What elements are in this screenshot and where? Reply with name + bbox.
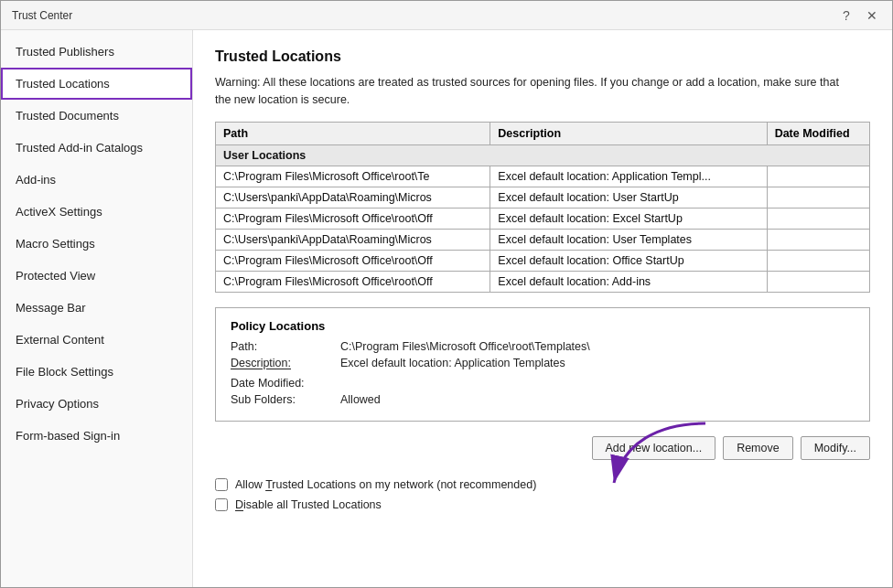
main-content: Trusted PublishersTrusted LocationsTrust… <box>1 30 892 587</box>
sidebar-item-file-block-settings[interactable]: File Block Settings <box>1 356 192 388</box>
col-header-date: Date Modified <box>767 122 869 144</box>
table-cell-description: Excel default location: Excel StartUp <box>490 208 767 229</box>
close-button[interactable]: ✕ <box>863 6 881 25</box>
sidebar-item-trusted-locations[interactable]: Trusted Locations <box>1 68 192 100</box>
buttons-wrapper: Add new location... Remove Modify... <box>215 436 870 460</box>
allow-network-label: Allow Trusted Locations on my network (n… <box>235 478 536 491</box>
table-cell-path: C:\Program Files\Microsoft Office\root\O… <box>216 271 490 292</box>
trust-center-window: Trust Center ? ✕ Trusted PublishersTrust… <box>0 0 893 588</box>
policy-description-value: Excel default location: Application Temp… <box>340 357 565 369</box>
policy-date-row: Date Modified: <box>231 377 855 390</box>
sidebar-item-protected-view[interactable]: Protected View <box>1 260 192 292</box>
title-bar: Trust Center ? ✕ <box>1 1 892 30</box>
table-cell-date <box>767 166 869 187</box>
sidebar-item-activex-settings[interactable]: ActiveX Settings <box>1 196 192 228</box>
allow-network-checkbox[interactable] <box>215 478 228 491</box>
section-title: Trusted Locations <box>215 48 870 65</box>
table-row[interactable]: C:\Program Files\Microsoft Office\root\O… <box>216 250 870 271</box>
table-cell-date <box>767 208 869 229</box>
sidebar-item-macro-settings[interactable]: Macro Settings <box>1 228 192 260</box>
table-cell-path: C:\Users\panki\AppData\Roaming\Micros <box>216 187 490 208</box>
checkboxes-section: Allow Trusted Locations on my network (n… <box>215 478 870 511</box>
policy-subfolders-row: Sub Folders: Allowed <box>231 393 855 406</box>
disable-all-checkbox[interactable] <box>215 498 228 511</box>
table-cell-description: Excel default location: Office StartUp <box>490 250 767 271</box>
locations-table: Path Description Date Modified User Loca… <box>215 122 870 293</box>
sidebar-item-trusted-publishers[interactable]: Trusted Publishers <box>1 36 192 68</box>
table-cell-path: C:\Program Files\Microsoft Office\root\O… <box>216 208 490 229</box>
table-row[interactable]: C:\Program Files\Microsoft Office\root\O… <box>216 271 870 292</box>
table-cell-path: C:\Users\panki\AppData\Roaming\Micros <box>216 229 490 250</box>
policy-subfolders-value: Allowed <box>340 393 381 406</box>
title-bar-controls: ? ✕ <box>837 6 881 25</box>
sidebar-item-trusted-addin-catalogs[interactable]: Trusted Add-in Catalogs <box>1 132 192 164</box>
sidebar-item-message-bar[interactable]: Message Bar <box>1 292 192 324</box>
policy-path-label: Path: <box>231 340 340 353</box>
table-cell-description: Excel default location: Application Temp… <box>490 166 767 187</box>
table-group-header: User Locations <box>216 144 870 166</box>
disable-underlined: D <box>235 498 243 511</box>
table-cell-path: C:\Program Files\Microsoft Office\root\T… <box>216 166 490 187</box>
table-cell-description: Excel default location: User Templates <box>490 229 767 250</box>
policy-subfolders-label: Sub Folders: <box>231 393 340 406</box>
policy-description-label: Description: <box>231 357 340 369</box>
add-new-location-button[interactable]: Add new location... <box>592 436 716 460</box>
policy-path-row: Path: C:\Program Files\Microsoft Office\… <box>231 340 855 353</box>
sidebar-item-external-content[interactable]: External Content <box>1 324 192 356</box>
disable-all-label: Disable all Trusted Locations <box>235 498 382 511</box>
col-header-path: Path <box>216 122 490 144</box>
content-area: Trusted Locations Warning: All these loc… <box>193 30 892 587</box>
policy-date-label: Date Modified: <box>231 377 340 390</box>
buttons-row: Add new location... Remove Modify... <box>215 436 870 460</box>
remove-button[interactable]: Remove <box>723 436 793 460</box>
table-cell-date <box>767 250 869 271</box>
table-row[interactable]: C:\Program Files\Microsoft Office\root\O… <box>216 208 870 229</box>
sidebar-item-add-ins[interactable]: Add-ins <box>1 164 192 196</box>
col-header-description: Description <box>490 122 767 144</box>
allow-network-row: Allow Trusted Locations on my network (n… <box>215 478 870 491</box>
policy-section-title: Policy Locations <box>231 319 855 333</box>
help-button[interactable]: ? <box>837 6 855 25</box>
warning-text: Warning: All these locations are treated… <box>215 74 855 109</box>
disable-all-text-rest: isable all Trusted Locations <box>243 498 382 511</box>
sidebar-item-trusted-documents[interactable]: Trusted Documents <box>1 100 192 132</box>
table-row[interactable]: C:\Users\panki\AppData\Roaming\MicrosExc… <box>216 187 870 208</box>
table-cell-path: C:\Program Files\Microsoft Office\root\O… <box>216 250 490 271</box>
table-cell-date <box>767 271 869 292</box>
table-cell-description: Excel default location: User StartUp <box>490 187 767 208</box>
sidebar-item-form-based-sign-in[interactable]: Form-based Sign-in <box>1 420 192 452</box>
window-title: Trust Center <box>12 9 72 22</box>
sidebar-item-privacy-options[interactable]: Privacy Options <box>1 388 192 420</box>
sidebar: Trusted PublishersTrusted LocationsTrust… <box>1 30 193 587</box>
table-row[interactable]: C:\Users\panki\AppData\Roaming\MicrosExc… <box>216 229 870 250</box>
allow-network-text-prefix: Allow <box>235 478 265 491</box>
table-cell-date <box>767 229 869 250</box>
table-cell-date <box>767 187 869 208</box>
disable-all-row: Disable all Trusted Locations <box>215 498 870 511</box>
modify-button[interactable]: Modify... <box>801 436 870 460</box>
table-cell-description: Excel default location: Add-ins <box>490 271 767 292</box>
allow-network-text-rest: rusted Locations on my network (not reco… <box>272 478 536 491</box>
table-row[interactable]: C:\Program Files\Microsoft Office\root\T… <box>216 166 870 187</box>
policy-section: Policy Locations Path: C:\Program Files\… <box>215 307 870 422</box>
policy-description-row: Description: Excel default location: App… <box>231 357 855 369</box>
policy-path-value: C:\Program Files\Microsoft Office\root\T… <box>340 340 590 353</box>
